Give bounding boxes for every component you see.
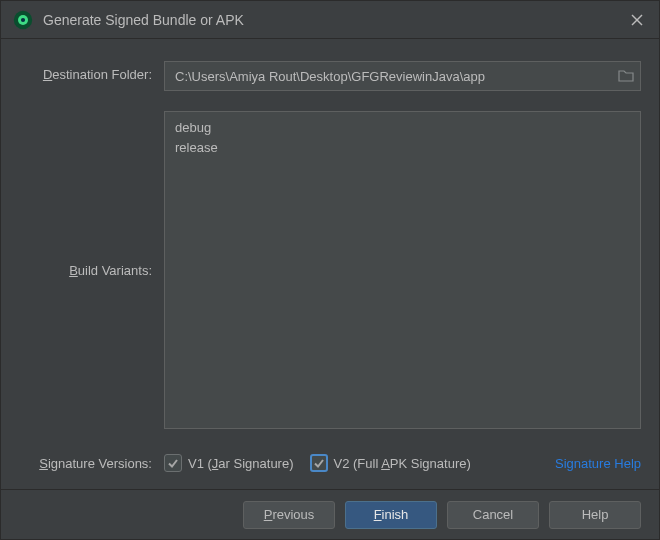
v2-signature-checkbox[interactable]: V2 (Full APK Signature) (310, 454, 471, 472)
list-item[interactable]: debug (173, 118, 632, 138)
folder-browse-icon[interactable] (615, 65, 637, 85)
dialog-content: Destination Folder: Build Variants: debu… (1, 39, 659, 489)
destination-label: Destination Folder: (19, 61, 164, 82)
destination-label-text: estination Folder: (52, 67, 152, 82)
v2-label: V2 (Full APK Signature) (334, 456, 471, 471)
signature-versions-row: Signature Versions: V1 (Jar Signature) (19, 449, 641, 477)
v1-label: V1 (Jar Signature) (188, 456, 294, 471)
sig-mnemonic: S (39, 456, 48, 471)
v2-post: PK Signature) (390, 456, 471, 471)
signature-checkbox-group: V1 (Jar Signature) V2 (Full APK Signatur… (164, 454, 641, 472)
signature-versions-label: Signature Versions: (19, 456, 164, 471)
cancel-button[interactable]: Cancel (447, 501, 539, 529)
button-bar: Previous Finish Cancel Help (1, 489, 659, 539)
destination-field-wrap (164, 61, 641, 91)
destination-mnemonic: D (43, 67, 52, 82)
finish-rest: inish (382, 507, 409, 522)
destination-input[interactable] (164, 61, 641, 91)
finish-mnemonic: F (374, 507, 382, 522)
svg-point-2 (21, 18, 25, 22)
v1-post: ar Signature) (218, 456, 293, 471)
help-button[interactable]: Help (549, 501, 641, 529)
build-variants-label: Build Variants: (19, 111, 164, 429)
build-variants-list[interactable]: debug release (164, 111, 641, 429)
android-studio-icon (11, 8, 35, 32)
list-item[interactable]: release (173, 138, 632, 158)
close-icon[interactable] (623, 6, 651, 34)
build-label-text: uild Variants: (78, 263, 152, 278)
dialog-window: Generate Signed Bundle or APK Destinatio… (0, 0, 660, 540)
build-mnemonic: B (69, 263, 78, 278)
v1-signature-checkbox[interactable]: V1 (Jar Signature) (164, 454, 294, 472)
finish-button[interactable]: Finish (345, 501, 437, 529)
previous-rest: revious (272, 507, 314, 522)
v1-pre: V1 ( (188, 456, 212, 471)
sig-label-text: ignature Versions: (48, 456, 152, 471)
dialog-title: Generate Signed Bundle or APK (43, 12, 623, 28)
build-variants-row: Build Variants: debug release (19, 111, 641, 429)
previous-button[interactable]: Previous (243, 501, 335, 529)
v2-mnemonic: A (381, 456, 390, 471)
v2-pre: V2 (Full (334, 456, 382, 471)
signature-help-link[interactable]: Signature Help (555, 456, 641, 471)
destination-row: Destination Folder: (19, 61, 641, 91)
titlebar: Generate Signed Bundle or APK (1, 1, 659, 39)
checkbox-icon (164, 454, 182, 472)
checkbox-icon (310, 454, 328, 472)
